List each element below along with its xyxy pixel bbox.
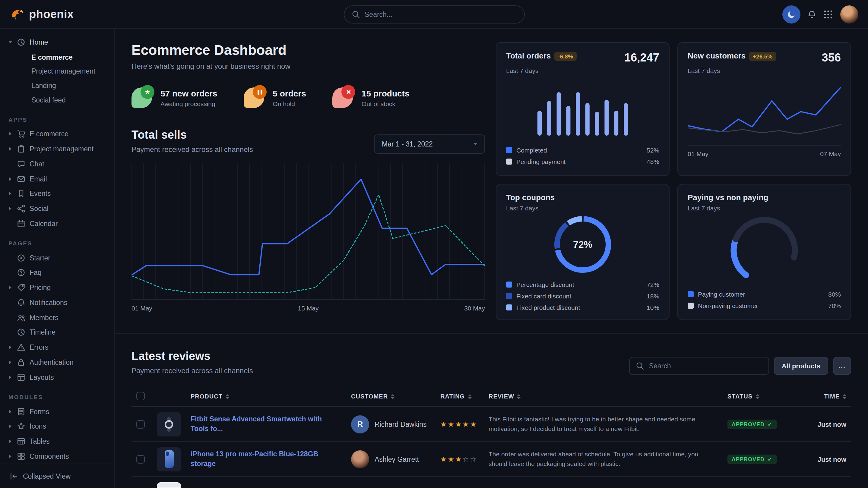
sidebar-item-ecommerce-dashboard[interactable]: E commerce [7, 50, 107, 65]
table-row[interactable]: iPhone 13 pro max-Pacific Blue-128GB sto… [131, 442, 851, 477]
status-badge: APPROVED✓ [727, 419, 777, 429]
legend-pending: Pending payment48% [506, 156, 659, 167]
new-customers-badge: +26.5% [749, 52, 776, 61]
apps-grid-button[interactable] [824, 9, 833, 19]
table-header-row: PRODUCT CUSTOMER RATING REVIEW STATUS TI… [131, 386, 851, 406]
stats-row: ★ 57 new ordersAwating processing 5 orde… [131, 88, 485, 108]
column-customer[interactable]: CUSTOMER [346, 386, 435, 406]
sort-icon [517, 394, 521, 399]
column-time[interactable]: TIME [794, 386, 851, 406]
chevron-right-icon [7, 177, 13, 181]
rating-stars: ★★★★★ [440, 420, 477, 428]
search-icon [636, 362, 644, 370]
sidebar-item-ecommerce[interactable]: E commerce [7, 127, 107, 142]
new-customers-chart [688, 80, 841, 143]
reviews-search-input[interactable] [649, 362, 763, 369]
latest-reviews-section: Latest reviews Payment received across a… [115, 333, 868, 488]
form-icon [17, 407, 25, 416]
sidebar-item-social[interactable]: Social [7, 201, 107, 216]
sidebar-item-pricing[interactable]: Pricing [7, 280, 107, 295]
global-search[interactable] [343, 5, 525, 23]
all-products-button[interactable]: All products [774, 357, 828, 375]
brand[interactable]: phoenix [10, 7, 118, 22]
sidebar-item-members[interactable]: Members [7, 310, 107, 325]
new-customers-card: New customers+26.5% 356 Last 7 days 01 M… [677, 42, 851, 176]
column-review[interactable]: REVIEW [484, 386, 723, 406]
more-options-button[interactable]: ... [833, 357, 851, 375]
components-icon [17, 452, 25, 461]
chevron-right-icon [7, 346, 13, 349]
row-checkbox[interactable] [136, 420, 145, 428]
smartwatch-image [161, 416, 177, 432]
total-sells-x-axis: 01 May 15 May 30 May [131, 304, 485, 312]
sidebar-section-apps: APPS [8, 116, 107, 123]
select-all-checkbox[interactable] [136, 392, 145, 400]
latest-reviews-title: Latest reviews [131, 350, 253, 363]
table-row[interactable]: Fitbit Sense Advanced Smartwatch with To… [131, 406, 851, 442]
chevron-right-icon [7, 192, 13, 196]
check-icon: ✓ [768, 421, 772, 427]
legend-paying-customer: Paying customer30% [688, 288, 841, 300]
sidebar-item-faq[interactable]: Faq [7, 265, 107, 280]
chevron-right-icon [7, 425, 13, 428]
total-sells-title: Total sells [131, 128, 253, 142]
customer-cell[interactable]: Ashley Garrett [351, 450, 431, 468]
theme-toggle-button[interactable] [782, 5, 801, 23]
sidebar-item-events[interactable]: Events [7, 186, 107, 201]
product-link[interactable]: iPhone 13 pro max-Pacific Blue-128GB sto… [191, 450, 341, 468]
check-icon: ✓ [768, 456, 772, 462]
sidebar-item-layouts[interactable]: Layouts [7, 370, 107, 385]
product-image-smartwatch[interactable] [157, 412, 181, 436]
legend-non-paying-customer: Non-paying customer70% [688, 300, 841, 311]
date-range-select[interactable]: Mar 1 - 31, 2022 [374, 134, 485, 154]
sidebar-item-forms[interactable]: Forms [7, 404, 107, 419]
bell-icon [808, 10, 816, 19]
product-image[interactable] [157, 482, 181, 488]
column-status[interactable]: STATUS [723, 386, 794, 406]
chevron-down-icon [7, 41, 13, 44]
brand-name: phoenix [29, 7, 74, 21]
sidebar-item-components[interactable]: Components [7, 449, 107, 464]
table-row-partial[interactable] [131, 477, 851, 488]
row-checkbox[interactable] [136, 455, 145, 463]
sidebar-item-tables[interactable]: Tables [7, 434, 107, 449]
sidebar-item-starter[interactable]: Starter [7, 251, 107, 265]
sidebar-item-calendar[interactable]: Calendar [7, 216, 107, 231]
collapse-sidebar-button[interactable]: Collapsed View [0, 464, 114, 488]
sidebar-item-notifications[interactable]: Notifications [7, 295, 107, 310]
chevron-right-icon [7, 147, 13, 151]
search-icon [351, 10, 360, 19]
chevron-right-icon [7, 376, 13, 379]
latest-reviews-subtitle: Payment received across all channels [131, 366, 253, 375]
chevron-right-icon [7, 440, 13, 443]
sidebar-item-chat[interactable]: Chat [7, 157, 107, 171]
product-link[interactable]: Fitbit Sense Advanced Smartwatch with To… [191, 415, 341, 433]
total-orders-chart [537, 82, 628, 136]
column-rating[interactable]: RATING [435, 386, 484, 406]
stat-orders-on-hold: 5 ordersOn hold [244, 88, 306, 108]
bookmark-icon [17, 190, 25, 198]
column-product[interactable]: PRODUCT [186, 386, 346, 406]
product-image-iphone[interactable] [157, 447, 181, 471]
notifications-button[interactable] [808, 10, 816, 19]
sidebar-item-email[interactable]: Email [7, 171, 107, 186]
customer-cell[interactable]: R Richard Dawkins [351, 415, 431, 433]
user-avatar[interactable] [840, 5, 858, 23]
chevron-right-icon [7, 132, 13, 136]
sidebar-item-landing[interactable]: Landing [7, 79, 107, 93]
reviews-search[interactable] [629, 357, 769, 375]
sidebar-item-social-feed[interactable]: Social feed [7, 93, 107, 107]
share-icon [17, 204, 25, 213]
page-subtitle: Here's what's going on at your business … [131, 62, 485, 70]
sidebar-item-project-management[interactable]: Project management [7, 141, 107, 157]
sidebar-item-errors[interactable]: Errors [7, 340, 107, 355]
sidebar-item-timeline[interactable]: Timeline [7, 325, 107, 340]
sidebar-item-project-management-dashboard[interactable]: Project management [7, 64, 107, 79]
sidebar-item-icons[interactable]: Icons [7, 419, 107, 434]
sidebar-item-authentication[interactable]: Authentication [7, 355, 107, 370]
sort-icon [755, 394, 759, 399]
global-search-input[interactable] [365, 10, 517, 18]
sidebar-group-home[interactable]: Home [7, 35, 107, 50]
chevron-down-icon [473, 143, 477, 145]
users-icon [17, 313, 25, 322]
